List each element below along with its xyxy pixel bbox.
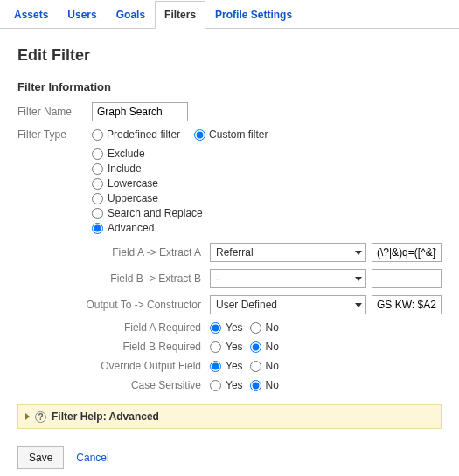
field-b-required-no[interactable] xyxy=(250,341,261,353)
field-b-required-yes[interactable] xyxy=(210,341,221,353)
opt-lowercase-radio[interactable] xyxy=(92,178,103,190)
custom-radio[interactable] xyxy=(194,129,205,141)
filter-type-label: Filter Type xyxy=(17,128,92,141)
tab-filters[interactable]: Filters xyxy=(155,1,205,29)
case-label: Case Sensitive xyxy=(35,379,210,391)
opt-uppercase-label: Uppercase xyxy=(108,192,158,204)
override-yes[interactable] xyxy=(210,361,221,372)
custom-label: Custom filter xyxy=(209,128,268,141)
help-icon: ? xyxy=(35,411,46,423)
field-b-label: Field B -> Extract B xyxy=(35,272,210,285)
opt-exclude-radio[interactable] xyxy=(92,148,103,160)
case-no[interactable] xyxy=(250,380,261,391)
opt-advanced-radio[interactable] xyxy=(92,223,103,234)
caret-down-icon xyxy=(355,251,362,255)
output-input[interactable] xyxy=(372,295,442,314)
opt-uppercase-radio[interactable] xyxy=(92,193,103,204)
cancel-link[interactable]: Cancel xyxy=(76,452,108,464)
output-select-value: User Defined xyxy=(216,299,277,311)
section-title: Filter Information xyxy=(17,80,442,93)
field-b-input[interactable] xyxy=(372,269,442,288)
custom-filter-options: Exclude Include Lowercase Uppercase Sear… xyxy=(92,148,442,234)
opt-exclude-label: Exclude xyxy=(108,148,145,160)
expand-right-icon xyxy=(25,413,30,420)
page-title: Edit Filter xyxy=(17,46,442,65)
output-select[interactable]: User Defined xyxy=(210,295,366,314)
field-b-required-label: Field B Required xyxy=(35,341,210,353)
field-a-required-yes[interactable] xyxy=(210,322,221,334)
opt-search-replace-radio[interactable] xyxy=(92,208,103,219)
override-label: Override Output Field xyxy=(35,360,210,372)
output-label: Output To -> Constructor xyxy=(35,299,210,311)
predefined-radio[interactable] xyxy=(92,129,103,141)
opt-include-radio[interactable] xyxy=(92,163,103,175)
field-a-select[interactable]: Referral xyxy=(210,243,366,262)
tab-assets[interactable]: Assets xyxy=(4,1,58,29)
case-yes[interactable] xyxy=(210,380,221,391)
opt-include-label: Include xyxy=(108,162,142,175)
filter-name-input[interactable] xyxy=(92,102,188,121)
tab-profile-settings[interactable]: Profile Settings xyxy=(205,1,302,29)
opt-advanced-label: Advanced xyxy=(108,222,154,234)
filter-name-label: Filter Name xyxy=(17,106,92,118)
field-a-required-no[interactable] xyxy=(250,322,261,334)
predefined-label: Predefined filter xyxy=(107,128,180,141)
help-title: Filter Help: Advanced xyxy=(52,410,159,423)
override-no[interactable] xyxy=(250,361,261,372)
field-a-input[interactable] xyxy=(372,243,442,262)
opt-search-replace-label: Search and Replace xyxy=(108,207,203,219)
field-b-select-value: - xyxy=(216,272,219,285)
caret-down-icon xyxy=(355,303,362,307)
caret-down-icon xyxy=(355,277,362,281)
opt-lowercase-label: Lowercase xyxy=(108,177,158,190)
advanced-settings: Field A -> Extract A Referral Field B ->… xyxy=(35,243,442,391)
field-b-select[interactable]: - xyxy=(210,269,366,288)
field-a-select-value: Referral xyxy=(216,246,254,259)
tab-goals[interactable]: Goals xyxy=(107,1,155,29)
field-a-label: Field A -> Extract A xyxy=(35,246,210,259)
save-button[interactable]: Save xyxy=(17,446,64,469)
tab-users[interactable]: Users xyxy=(58,1,106,29)
filter-help-panel[interactable]: ? Filter Help: Advanced xyxy=(17,404,442,429)
tab-bar: Assets Users Goals Filters Profile Setti… xyxy=(0,0,459,29)
field-a-required-label: Field A Required xyxy=(35,321,210,334)
